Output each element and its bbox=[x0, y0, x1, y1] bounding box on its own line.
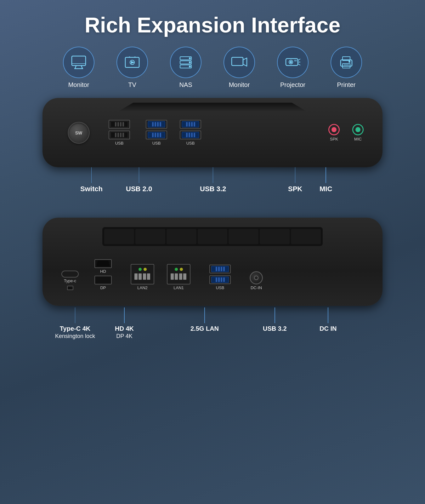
usb-pin bbox=[120, 122, 122, 127]
spk-col: SPK bbox=[328, 124, 340, 141]
usb-pin bbox=[120, 133, 122, 137]
nas-icon-circle bbox=[170, 47, 201, 78]
usb-pin bbox=[157, 133, 159, 137]
vent-slot bbox=[167, 229, 196, 244]
usb20-port-top-inner bbox=[110, 121, 128, 128]
svg-point-15 bbox=[189, 66, 190, 67]
rear-callouts: Type-C 4K Kensington lock HD 4K DP 4K 2.… bbox=[42, 307, 382, 364]
icon-item-monitor1: Monitor bbox=[63, 47, 94, 89]
front-top-ridge bbox=[118, 103, 307, 112]
callout-lan: 2.5G LAN bbox=[190, 307, 219, 332]
callout-mic: MIC bbox=[320, 167, 332, 193]
usb-pin bbox=[189, 122, 190, 127]
usb32-group1 bbox=[146, 120, 167, 140]
rear-port-area: Type-c HD DP bbox=[61, 259, 367, 290]
svg-point-30 bbox=[349, 61, 350, 62]
icon-label-nas: NAS bbox=[179, 81, 192, 89]
usb20-port-top bbox=[109, 120, 130, 129]
usb-pin bbox=[191, 133, 193, 137]
usb-pin bbox=[155, 133, 156, 137]
usb20-col: USB bbox=[109, 120, 130, 146]
svg-point-20 bbox=[290, 61, 292, 63]
usb-pin bbox=[160, 133, 161, 137]
lan-contact bbox=[134, 273, 138, 280]
usb-pin bbox=[223, 267, 225, 271]
usb20-port-bottom bbox=[109, 131, 130, 140]
usb-pin bbox=[155, 122, 156, 127]
callout-text-usb32-rear: USB 3.2 bbox=[263, 325, 287, 332]
icon-item-monitor2: Monitor bbox=[224, 47, 255, 89]
front-port-area: SW bbox=[68, 120, 364, 146]
hdmi-port bbox=[94, 259, 112, 268]
page-title: Rich Expansion Interface bbox=[0, 0, 425, 47]
callout-hd4k: HD 4K DP 4K bbox=[115, 307, 134, 340]
icon-item-tv: TV bbox=[116, 47, 148, 89]
usb-pin bbox=[216, 267, 217, 271]
device-section: SW bbox=[0, 98, 425, 364]
projector-icon-circle bbox=[277, 47, 309, 78]
sw-button: SW bbox=[68, 122, 90, 144]
usb-pin bbox=[191, 122, 193, 127]
callout-line-dcin bbox=[328, 307, 328, 323]
dcin-inner bbox=[254, 276, 258, 280]
usb32-rear-group bbox=[209, 265, 231, 284]
callout-text-kensington: Kensington lock bbox=[55, 333, 95, 340]
lan1-led-green bbox=[175, 268, 178, 271]
callout-text-usb20: USB 2.0 bbox=[126, 185, 152, 193]
callout-usb32: USB 3.2 bbox=[200, 167, 226, 193]
sw-label: SW bbox=[75, 130, 82, 135]
rear-device-body: Type-c HD DP bbox=[42, 218, 382, 306]
vent-slot bbox=[291, 229, 321, 244]
usb32-tag2: USB bbox=[186, 141, 195, 146]
camera-monitor-icon-circle bbox=[224, 47, 255, 78]
icon-label-projector: Projector bbox=[280, 81, 305, 89]
icon-label-monitor1: Monitor bbox=[68, 81, 89, 89]
lan-contact bbox=[175, 273, 178, 280]
usb-pin bbox=[216, 278, 217, 282]
usb-pin bbox=[186, 133, 188, 137]
usb-pin bbox=[117, 122, 119, 127]
usb32-col1: USB bbox=[146, 120, 167, 146]
usb20-group bbox=[109, 120, 130, 140]
spk-jack bbox=[328, 124, 340, 135]
callout-line-usb20 bbox=[139, 167, 139, 183]
usb32-group2 bbox=[180, 120, 201, 140]
callout-text-hd4k: HD 4K bbox=[115, 325, 134, 332]
vent-slot bbox=[135, 229, 165, 244]
usb20-port-bottom-inner bbox=[110, 132, 128, 138]
spk-tag: SPK bbox=[330, 137, 338, 141]
usb32-port-inner bbox=[148, 132, 165, 138]
icon-label-tv: TV bbox=[128, 81, 136, 89]
dcin-tag: DC-IN bbox=[251, 285, 262, 290]
vent-slot bbox=[229, 229, 258, 244]
usb-pin bbox=[223, 278, 225, 282]
mic-tag: MIC bbox=[354, 137, 362, 141]
usb-pin bbox=[160, 122, 161, 127]
lan1-col: LAN1 bbox=[167, 264, 190, 290]
lan1-leds bbox=[175, 268, 183, 271]
callout-spk: SPK bbox=[288, 167, 302, 193]
printer-icon-circle bbox=[331, 47, 362, 78]
lan2-contacts bbox=[133, 272, 152, 281]
icon-label-printer: Printer bbox=[337, 81, 356, 89]
usb-pin bbox=[157, 122, 159, 127]
callout-text-typec4k: Type-C 4K bbox=[60, 325, 90, 332]
usb-pin bbox=[194, 133, 195, 137]
callout-typec: Type-C 4K Kensington lock bbox=[55, 307, 95, 340]
icon-item-projector: Projector bbox=[277, 47, 309, 89]
callout-text-dcin: DC IN bbox=[320, 325, 337, 332]
typec-port bbox=[61, 271, 79, 278]
callout-line-spk bbox=[295, 167, 296, 183]
front-panel-device: SW bbox=[42, 98, 382, 208]
callout-line-lan bbox=[204, 307, 205, 323]
lan-contact bbox=[179, 273, 182, 280]
usb32-port-top1 bbox=[146, 120, 167, 129]
callout-switch: Switch bbox=[80, 167, 103, 193]
callout-line-typec bbox=[75, 307, 76, 323]
dp-tag: DP bbox=[94, 285, 112, 290]
rear-panel-device: Type-c HD DP bbox=[42, 218, 382, 364]
usb32-port-bottom1 bbox=[146, 131, 167, 140]
callout-usb20: USB 2.0 bbox=[126, 167, 152, 193]
usb32-rear-port-top bbox=[209, 265, 231, 273]
lan1-tag: LAN1 bbox=[173, 285, 184, 290]
